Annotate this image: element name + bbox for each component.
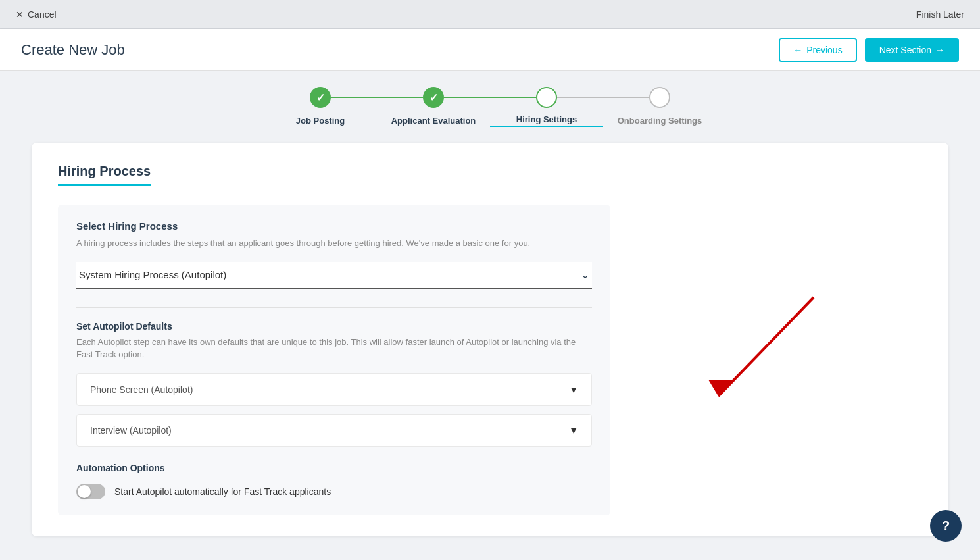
step-line-3 — [557, 97, 649, 98]
help-button[interactable]: ? — [930, 510, 962, 542]
phone-screen-chevron: ▼ — [569, 384, 578, 395]
step-label-3[interactable]: Hiring Settings — [490, 115, 603, 127]
steps-track: ✓ ✓ — [310, 87, 670, 108]
interview-label: Interview (Autopilot) — [90, 425, 172, 436]
main-content: Hiring Process Select Hiring Process A h… — [0, 127, 980, 552]
question-mark-icon: ? — [942, 519, 950, 534]
arrow-annotation — [672, 294, 817, 426]
toggle-row: Start Autopilot automatically for Fast T… — [76, 484, 592, 499]
cancel-button[interactable]: ✕ Cancel — [16, 9, 57, 20]
automation-title: Automation Options — [76, 463, 592, 473]
svg-line-0 — [718, 297, 814, 396]
top-bar: ✕ Cancel Finish Later — [0, 0, 980, 29]
arrow-right-icon: → — [935, 45, 944, 55]
next-label: Next Section — [879, 45, 931, 55]
arrow-left-icon: ← — [793, 45, 802, 55]
step-label-2[interactable]: Applicant Evaluation — [377, 116, 490, 126]
select-hiring-title: Select Hiring Process — [76, 220, 592, 232]
steps-labels: Job Posting Applicant Evaluation Hiring … — [264, 115, 716, 127]
autopilot-title: Set Autopilot Defaults — [76, 321, 592, 332]
header-actions: ← Previous Next Section → — [779, 38, 959, 62]
select-hiring-process-box: Select Hiring Process A hiring process i… — [58, 205, 610, 515]
interview-chevron: ▼ — [569, 425, 578, 436]
step-line-2 — [444, 97, 536, 98]
progress-section: ✓ ✓ Job Posting Applicant Evaluation Hir… — [0, 71, 980, 127]
svg-marker-1 — [708, 380, 735, 396]
interview-accordion[interactable]: Interview (Autopilot) ▼ — [76, 414, 592, 447]
step-line-1 — [331, 97, 423, 98]
close-icon: ✕ — [16, 9, 24, 20]
step-label-1[interactable]: Job Posting — [264, 116, 377, 126]
step-label-4[interactable]: Onboarding Settings — [603, 116, 716, 126]
autopilot-section: Set Autopilot Defaults Each Autopilot st… — [76, 307, 592, 499]
step-circle-2: ✓ — [423, 87, 444, 108]
step-circle-4 — [649, 87, 670, 108]
page-header: Create New Job ← Previous Next Section → — [0, 29, 980, 71]
cancel-label: Cancel — [28, 9, 57, 20]
phone-screen-accordion[interactable]: Phone Screen (Autopilot) ▼ — [76, 373, 592, 406]
step-circle-1: ✓ — [310, 87, 331, 108]
autopilot-toggle[interactable] — [76, 484, 105, 499]
finish-later-button[interactable]: Finish Later — [916, 9, 964, 20]
phone-screen-label: Phone Screen (Autopilot) — [90, 384, 193, 395]
hiring-process-value: System Hiring Process (Autopilot) — [79, 269, 226, 280]
hiring-process-card: Hiring Process Select Hiring Process A h… — [32, 143, 948, 536]
next-section-button[interactable]: Next Section → — [865, 38, 959, 62]
chevron-down-icon: ⌄ — [581, 268, 589, 281]
select-hiring-desc: A hiring process includes the steps that… — [76, 237, 592, 250]
step-circle-3 — [536, 87, 557, 108]
toggle-label: Start Autopilot automatically for Fast T… — [114, 486, 331, 497]
section-title: Hiring Process — [58, 164, 151, 186]
finish-later-label: Finish Later — [916, 9, 964, 20]
hiring-process-dropdown[interactable]: System Hiring Process (Autopilot) ⌄ — [76, 262, 592, 289]
previous-label: Previous — [806, 45, 842, 55]
autopilot-desc: Each Autopilot step can have its own def… — [76, 336, 592, 361]
toggle-knob — [78, 485, 91, 498]
automation-options-section: Automation Options Start Autopilot autom… — [76, 463, 592, 499]
previous-button[interactable]: ← Previous — [779, 38, 856, 62]
page-title: Create New Job — [21, 41, 125, 59]
